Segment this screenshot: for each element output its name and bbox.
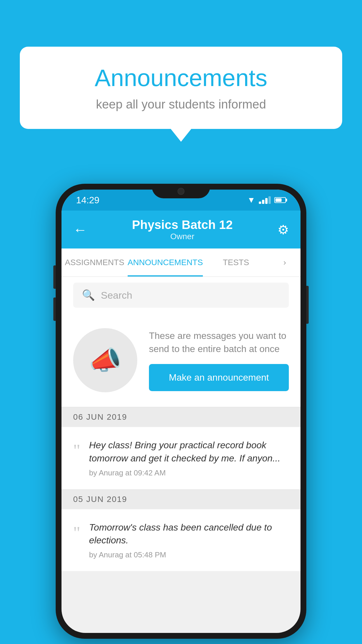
announcement-icon-circle: 📣: [73, 328, 137, 392]
date-separator-1: 06 JUN 2019: [61, 407, 301, 427]
tab-tests[interactable]: TESTS: [203, 249, 269, 276]
announcement-meta-1: by Anurag at 09:42 AM: [89, 468, 289, 477]
volume-up-button[interactable]: [53, 265, 56, 289]
wifi-icon: ▼: [247, 195, 255, 205]
speech-bubble-title: Announcements: [43, 64, 319, 92]
battery-fill: [275, 198, 282, 202]
owner-label: Owner: [132, 232, 233, 241]
phone-mockup: 14:29 ▼: [56, 184, 306, 639]
speech-bubble-container: Announcements keep all your students inf…: [20, 47, 342, 129]
tab-bar: ASSIGNMENTS ANNOUNCEMENTS TESTS ›: [61, 249, 301, 277]
make-announcement-button[interactable]: Make an announcement: [149, 364, 289, 391]
back-button[interactable]: ←: [73, 222, 87, 238]
announcement-item-1[interactable]: " Hey class! Bring your practical record…: [61, 427, 301, 489]
signal-icon: [259, 196, 271, 204]
phone-notch: [152, 184, 210, 198]
battery-icon: [274, 197, 286, 203]
announcement-description: These are messages you want to send to t…: [149, 329, 289, 356]
volume-down-button[interactable]: [53, 298, 56, 321]
tab-more[interactable]: ›: [269, 249, 301, 276]
status-icons: ▼: [247, 195, 286, 205]
header-center: Physics Batch 12 Owner: [132, 218, 233, 241]
announcement-content-1: Hey class! Bring your practical record b…: [89, 439, 289, 477]
quote-icon-2: ": [73, 524, 80, 541]
tab-announcements[interactable]: ANNOUNCEMENTS: [128, 249, 203, 276]
date-separator-2: 05 JUN 2019: [61, 489, 301, 509]
announcement-meta-2: by Anurag at 05:48 PM: [89, 550, 289, 559]
app-header: ← Physics Batch 12 Owner ⚙: [61, 211, 301, 249]
announcement-content-2: Tomorrow's class has been cancelled due …: [89, 521, 289, 560]
announcement-text-2: Tomorrow's class has been cancelled due …: [89, 521, 289, 547]
search-input[interactable]: Search: [101, 290, 132, 301]
batch-title: Physics Batch 12: [132, 218, 233, 232]
phone-screen: 14:29 ▼: [61, 190, 301, 633]
megaphone-icon: 📣: [89, 345, 122, 376]
signal-bar-1: [259, 202, 261, 204]
tab-assignments[interactable]: ASSIGNMENTS: [61, 249, 128, 276]
speech-bubble: Announcements keep all your students inf…: [20, 47, 342, 129]
signal-bar-3: [265, 198, 268, 204]
announcement-empty-state: 📣 These are messages you want to send to…: [61, 314, 301, 407]
signal-bar-4: [268, 196, 271, 204]
search-bar[interactable]: 🔍 Search: [73, 283, 289, 308]
front-camera: [178, 188, 184, 195]
search-icon: 🔍: [82, 289, 95, 301]
power-button[interactable]: [306, 286, 309, 324]
status-time: 14:29: [76, 195, 99, 206]
speech-bubble-subtitle: keep all your students informed: [43, 97, 319, 111]
announcement-right: These are messages you want to send to t…: [149, 329, 289, 391]
quote-icon-1: ": [73, 442, 80, 459]
announcement-text-1: Hey class! Bring your practical record b…: [89, 439, 289, 465]
phone-outer: 14:29 ▼: [56, 184, 306, 639]
signal-bar-2: [262, 200, 264, 204]
settings-icon[interactable]: ⚙: [277, 222, 289, 237]
announcement-item-2[interactable]: " Tomorrow's class has been cancelled du…: [61, 509, 301, 572]
search-container: 🔍 Search: [61, 277, 301, 314]
